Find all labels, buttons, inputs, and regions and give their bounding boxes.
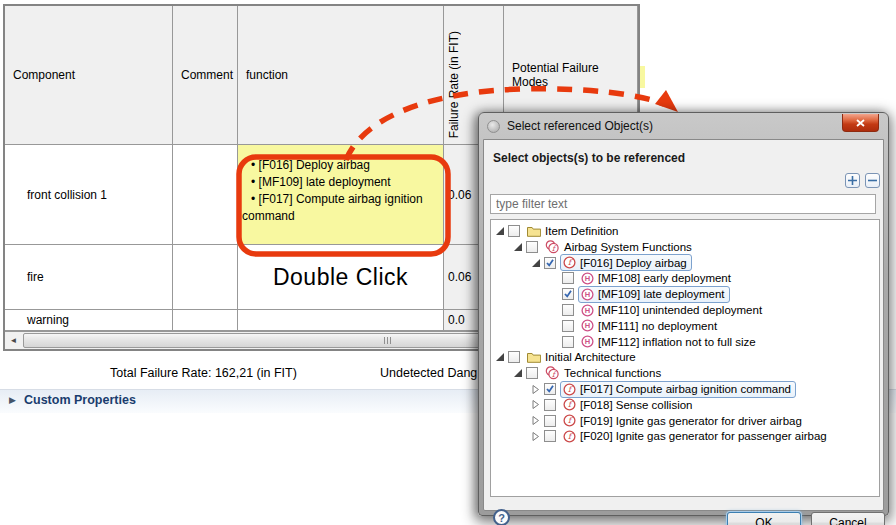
tree-expanded-icon[interactable] [495, 227, 505, 235]
tree-item-label: [F016] Deploy airbag [580, 257, 687, 269]
ok-button[interactable]: OK [727, 512, 801, 525]
tree-checkbox[interactable] [544, 415, 556, 427]
tree-item-content[interactable]: Initial Architecture [524, 349, 641, 366]
tree-item-content[interactable]: f[F020] Ignite gas generator for passeng… [560, 428, 832, 445]
tree-item[interactable]: H[MF111] no deployment [549, 318, 722, 334]
function-icon: f [563, 383, 576, 396]
objects-tree[interactable]: Item DefinitionfAirbag System Functionsf… [490, 219, 880, 497]
expand-all-button[interactable] [845, 173, 860, 188]
cell-comment[interactable] [173, 245, 238, 310]
collapse-all-button[interactable] [865, 173, 880, 188]
tree-item-content[interactable]: H[MF112] inflation not to full size [578, 333, 761, 350]
malfunction-icon: H [581, 272, 594, 285]
tree-checkbox[interactable] [562, 272, 574, 284]
tree-checkbox[interactable] [508, 351, 520, 363]
filter-input[interactable] [490, 194, 876, 214]
tree-item-selected-highlight[interactable]: f[F016] Deploy airbag [560, 254, 692, 271]
tree-item-selected-highlight[interactable]: f[F017] Compute airbag ignition command [560, 381, 796, 398]
column-header-label: Component [13, 68, 75, 82]
cell-text: 0.06 [448, 188, 471, 202]
tree-item-content[interactable]: H[MF110] unintended deployment [578, 302, 767, 319]
tree-checkbox[interactable] [562, 304, 574, 316]
tree-item-content[interactable]: H[MF111] no deployment [578, 317, 722, 334]
total-failure-rate-label: Total Failure Rate: 162,21 (in FIT) [110, 366, 297, 380]
malfunction-icon: H [581, 319, 594, 332]
tree-item-content[interactable]: fTechnical functions [542, 365, 666, 382]
tree-item-content[interactable]: f[F019] Ignite gas generator for driver … [560, 412, 807, 429]
tree-checkbox[interactable] [562, 288, 574, 300]
tree-checkbox[interactable] [544, 430, 556, 442]
tree-item[interactable]: H[MF109] late deployment [549, 286, 730, 302]
tree-checkbox[interactable] [544, 257, 556, 269]
tree-item-content[interactable]: fAirbag System Functions [542, 238, 697, 255]
tree-collapsed-icon[interactable] [531, 432, 541, 441]
tree-checkbox[interactable] [562, 336, 574, 348]
tree-collapsed-icon[interactable] [531, 400, 541, 409]
tree-item-label: [MF110] unintended deployment [598, 304, 762, 316]
svg-text:H: H [585, 306, 590, 315]
cancel-label: Cancel [829, 516, 866, 525]
tree-item[interactable]: f[F016] Deploy airbag [531, 255, 692, 271]
function-icon: f [563, 398, 576, 411]
tree-collapsed-icon[interactable] [531, 385, 541, 394]
tree-item[interactable]: fAirbag System Functions [513, 239, 697, 255]
cell-comment[interactable] [173, 310, 238, 331]
tree-item-content[interactable]: f[F018] Sense collision [560, 396, 698, 413]
tree-item[interactable]: f[F020] Ignite gas generator for passeng… [531, 428, 832, 444]
custom-properties-label: Custom Properties [24, 393, 136, 407]
help-button[interactable]: ? [493, 509, 510, 525]
question-mark-icon: ? [498, 512, 505, 524]
tree-expanded-icon[interactable] [495, 353, 505, 361]
tree-checkbox[interactable] [526, 241, 538, 253]
tree-item[interactable]: f[F019] Ignite gas generator for driver … [531, 413, 807, 429]
dialog-body: Select objects(s) to be referenced Item … [483, 139, 884, 511]
cell-component[interactable]: fire [5, 245, 173, 310]
tree-item[interactable]: f[F017] Compute airbag ignition command [531, 381, 796, 397]
plus-icon [848, 176, 857, 185]
tree-item-content[interactable]: Item Definition [524, 223, 624, 240]
tree-checkbox[interactable] [544, 383, 556, 395]
tree-item[interactable]: fTechnical functions [513, 365, 666, 381]
tree-item[interactable]: H[MF108] early deployment [549, 270, 736, 286]
tree-item[interactable]: H[MF112] inflation not to full size [549, 334, 761, 350]
svg-text:H: H [585, 321, 590, 330]
cell-function-highlighted[interactable]: [F016] Deploy airbag[MF109] late deploym… [238, 145, 444, 245]
cell-function[interactable] [238, 310, 444, 331]
tree-item-selected-highlight[interactable]: H[MF109] late deployment [578, 286, 730, 303]
tree-checkbox[interactable] [526, 367, 538, 379]
tree-item-label: [F020] Ignite gas generator for passenge… [580, 430, 827, 442]
tree-checkbox[interactable] [544, 399, 556, 411]
red-arrowhead [655, 90, 678, 112]
tree-item-label: [MF108] early deployment [598, 272, 731, 284]
tree-expanded-icon[interactable] [531, 259, 541, 267]
scroll-left-arrow-icon[interactable]: ◄ [5, 332, 22, 348]
cell-function[interactable]: Double Click [238, 245, 444, 310]
tree-expanded-icon[interactable] [513, 243, 523, 251]
close-button[interactable] [842, 114, 879, 132]
svg-text:H: H [585, 274, 590, 283]
function-icon: f [563, 430, 576, 443]
tree-item-content[interactable]: H[MF108] early deployment [578, 270, 736, 287]
tree-expanded-icon[interactable] [513, 369, 523, 377]
cell-component[interactable]: front collision 1 [5, 145, 173, 245]
tree-item[interactable]: H[MF110] unintended deployment [549, 302, 767, 318]
select-referenced-objects-dialog: Select referenced Object(s) Select objec… [478, 112, 889, 516]
cell-comment[interactable] [173, 145, 238, 245]
tree-item-label: Initial Architecture [545, 351, 636, 363]
cell-component[interactable]: warning [5, 310, 173, 331]
tree-collapsed-icon[interactable] [531, 416, 541, 425]
expand-arrow-icon[interactable]: ▶ [9, 395, 16, 405]
cancel-button[interactable]: Cancel [811, 512, 885, 525]
tree-item[interactable]: Item Definition [495, 223, 624, 239]
cell-text: warning [27, 313, 69, 327]
tree-item[interactable]: f[F018] Sense collision [531, 397, 698, 413]
tree-checkbox[interactable] [508, 225, 520, 237]
tree-item[interactable]: Initial Architecture [495, 349, 641, 365]
double-click-annotation: Double Click [238, 264, 443, 291]
column-header-label: function [246, 68, 288, 82]
column-header-label: Potential Failure Modes [512, 61, 637, 89]
screen: Component Comment function Failure Rate … [0, 0, 896, 525]
dialog-titlebar[interactable]: Select referenced Object(s) [479, 113, 888, 139]
svg-text:H: H [585, 290, 590, 299]
tree-checkbox[interactable] [562, 320, 574, 332]
